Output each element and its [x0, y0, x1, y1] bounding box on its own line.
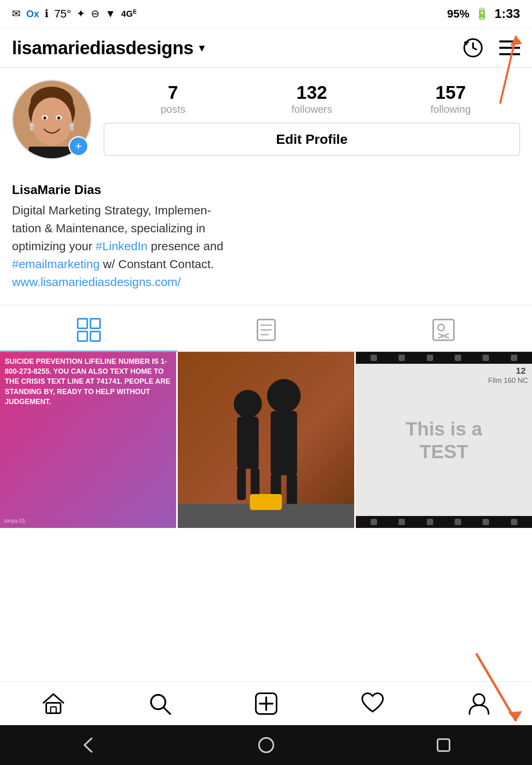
svg-rect-35 — [237, 417, 259, 469]
add-story-button[interactable]: + — [69, 136, 88, 156]
dnd-icon: ⊖ — [91, 8, 100, 20]
status-bar: ✉ Ox ℹ 75° ✦ ⊖ ▼ 4GE 95% 🔋 1:33 — [0, 0, 532, 28]
bio-line2: tation & Maintenance, specializing in — [12, 222, 205, 235]
tab-feed[interactable] — [177, 309, 355, 351]
search-button[interactable] — [140, 688, 180, 720]
battery-percent: 95% — [447, 8, 469, 20]
username-text: lisamariediasdesigns — [12, 37, 193, 59]
svg-rect-55 — [438, 739, 450, 751]
profile-name: LisaMarie Dias — [12, 182, 520, 197]
alert-icon: ℹ — [45, 8, 49, 20]
grid-item-2[interactable] — [178, 352, 354, 528]
following-count: 157 — [435, 83, 466, 102]
wifi-icon: ▼ — [105, 8, 116, 20]
time-display: 1:33 — [495, 6, 520, 21]
battery-icon: 🔋 — [475, 7, 489, 20]
svg-point-34 — [234, 390, 262, 418]
film-hole — [483, 519, 489, 525]
archive-button[interactable] — [463, 37, 483, 58]
svg-rect-19 — [29, 147, 75, 159]
svg-rect-46 — [46, 703, 61, 713]
android-back-button[interactable] — [79, 735, 99, 755]
dropdown-arrow-icon[interactable]: ▾ — [199, 41, 205, 55]
svg-rect-20 — [78, 319, 87, 328]
posts-stat[interactable]: 7 posts — [149, 83, 197, 116]
followers-stat[interactable]: 132 followers — [288, 83, 336, 116]
film-hole — [511, 355, 517, 361]
bio-line1: Digital Marketing Strategy, Implemen- — [12, 204, 211, 217]
svg-point-12 — [43, 116, 47, 120]
top-nav: lisamariediasdesigns ▾ — [0, 28, 532, 68]
svg-rect-43 — [250, 494, 282, 510]
film-hole — [427, 355, 433, 361]
photo-grid: SUICIDE PREVENTION LIFELINE NUMBER IS 1-… — [0, 352, 532, 528]
temperature: 75° — [54, 8, 71, 20]
posts-count: 7 — [168, 83, 178, 102]
stats-row: 7 posts 132 followers 157 following — [104, 83, 520, 116]
svg-rect-41 — [287, 474, 297, 506]
bio-section: LisaMarie Dias Digital Marketing Strateg… — [0, 178, 532, 301]
android-nav-bar — [0, 725, 532, 765]
avatar-wrap: + — [12, 80, 92, 159]
svg-point-54 — [259, 738, 273, 752]
tab-tagged[interactable] — [355, 309, 532, 351]
svg-point-14 — [57, 116, 61, 120]
bio-line5: w/ Constant Contact. — [100, 257, 214, 271]
svg-rect-47 — [51, 707, 56, 713]
film-hole — [511, 519, 517, 525]
svg-rect-21 — [90, 319, 100, 328]
svg-point-15 — [29, 123, 34, 128]
grid-item-1[interactable]: SUICIDE PREVENTION LIFELINE NUMBER IS 1-… — [0, 352, 176, 528]
bio-line3: optimizing your — [12, 239, 96, 253]
username-area[interactable]: lisamariediasdesigns ▾ — [12, 37, 205, 59]
svg-point-38 — [267, 379, 301, 412]
activity-button[interactable] — [353, 688, 393, 720]
bio-hashtag1[interactable]: #LinkedIn — [96, 239, 147, 253]
bluetooth-icon: ✦ — [77, 8, 85, 20]
profile-divider — [0, 305, 532, 305]
menu-button[interactable] — [499, 39, 520, 57]
film-hole — [399, 519, 405, 525]
film-hole — [371, 519, 377, 525]
outlook-icon: Ox — [26, 8, 39, 20]
status-bar-left: ✉ Ox ℹ 75° ✦ ⊖ ▼ 4GE — [12, 8, 137, 20]
film-test-text: This is a TEST — [406, 418, 482, 463]
svg-point-18 — [71, 128, 74, 131]
bottom-nav — [0, 681, 532, 725]
home-button[interactable] — [33, 688, 73, 720]
profile-top: + 7 posts 132 followers 157 following Ed… — [12, 80, 520, 159]
film-strip-top — [356, 352, 532, 364]
svg-point-16 — [30, 128, 33, 131]
svg-rect-22 — [78, 332, 87, 341]
svg-point-53 — [473, 694, 485, 705]
signal-icon: 4GE — [121, 8, 137, 19]
svg-point-17 — [70, 123, 75, 128]
film-hole — [427, 519, 433, 525]
bio-website-link[interactable]: www.lisamariediasdesigns.com/ — [12, 275, 520, 289]
android-home-button[interactable] — [256, 735, 276, 755]
svg-rect-36 — [237, 468, 246, 500]
followers-label: followers — [291, 103, 332, 116]
bio-text: Digital Marketing Strategy, Implemen- ta… — [12, 201, 520, 273]
film-hole — [483, 355, 489, 361]
film-hole — [399, 355, 405, 361]
add-post-button[interactable] — [246, 688, 286, 720]
svg-line-49 — [163, 707, 170, 714]
mail-icon: ✉ — [12, 8, 21, 20]
following-stat[interactable]: 157 following — [427, 83, 475, 116]
posts-label: posts — [161, 103, 185, 116]
svg-point-10 — [32, 98, 72, 145]
bio-line4: presence and — [147, 239, 223, 253]
following-label: following — [430, 103, 471, 116]
edit-profile-button[interactable]: Edit Profile — [104, 123, 520, 156]
tab-grid[interactable] — [0, 309, 177, 351]
profile-button[interactable] — [459, 688, 499, 720]
bio-hashtag2[interactable]: #emailmarketing — [12, 257, 100, 271]
film-type-label: Film 160 NC — [488, 377, 528, 385]
grid-item-3[interactable]: 12 Film 160 NC This is a TEST — [356, 352, 532, 528]
film-strip-bottom — [356, 516, 532, 528]
profile-section: + 7 posts 132 followers 157 following Ed… — [0, 68, 532, 178]
android-recents-button[interactable] — [434, 735, 453, 755]
tab-bar — [0, 309, 532, 352]
profile-stats: 7 posts 132 followers 157 following Edit… — [104, 83, 520, 156]
